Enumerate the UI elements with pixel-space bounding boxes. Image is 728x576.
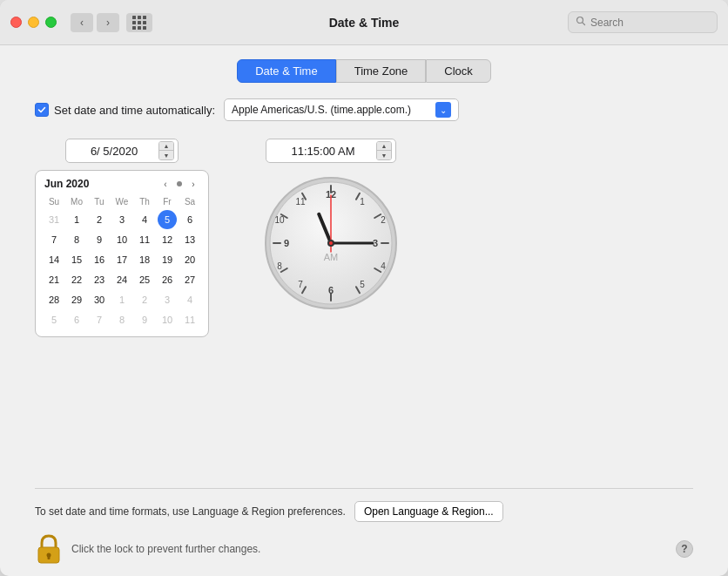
svg-rect-37 <box>48 555 51 559</box>
help-button[interactable]: ? <box>676 540 693 558</box>
fullscreen-button[interactable] <box>45 17 57 28</box>
svg-text:AM: AM <box>324 252 339 262</box>
calendar-cell[interactable]: 8 <box>67 230 86 249</box>
calendar-cell[interactable]: 22 <box>67 270 86 289</box>
time-stepper-up[interactable]: ▲ <box>377 142 391 151</box>
grid-button[interactable] <box>126 13 152 32</box>
titlebar: ‹ › Date & Time <box>0 0 728 45</box>
svg-text:9: 9 <box>284 238 289 248</box>
calendar-header: Jun 2020 ‹ › <box>43 178 201 190</box>
date-section: 6/ 5/2020 ▲ ▼ Jun 2020 ‹ › <box>35 139 209 337</box>
calendar-cell[interactable]: 7 <box>44 230 64 249</box>
cal-day-mo: Mo <box>65 195 88 208</box>
search-input[interactable] <box>590 17 710 29</box>
back-button[interactable]: ‹ <box>71 13 93 32</box>
calendar-cell[interactable]: 7 <box>90 310 109 329</box>
close-button[interactable] <box>10 17 22 28</box>
date-input[interactable]: 6/ 5/2020 <box>73 145 155 158</box>
calendar-cell[interactable]: 25 <box>135 270 154 289</box>
svg-text:11: 11 <box>295 197 306 207</box>
calendar-cell[interactable]: 11 <box>135 230 154 249</box>
calendar-cell[interactable]: 10 <box>112 230 131 249</box>
auto-row: Set date and time automatically: Apple A… <box>35 98 693 121</box>
svg-text:10: 10 <box>274 215 285 225</box>
calendar-cell[interactable]: 27 <box>180 270 199 289</box>
date-stepper: ▲ ▼ <box>158 141 174 160</box>
calendar-cell[interactable]: 9 <box>135 310 154 329</box>
datetime-area: 6/ 5/2020 ▲ ▼ Jun 2020 ‹ › <box>35 139 693 337</box>
calendar-cell[interactable]: 4 <box>180 290 199 309</box>
cal-day-su: Su <box>43 195 65 208</box>
calendar-prev-button[interactable]: ‹ <box>159 178 172 190</box>
calendar-cell[interactable]: 20 <box>180 250 199 269</box>
forward-button[interactable]: › <box>97 13 119 32</box>
auto-label: Set date and time automatically: <box>54 104 215 117</box>
tab-clock[interactable]: Clock <box>426 59 491 83</box>
calendar-today-dot[interactable] <box>177 181 182 186</box>
calendar-cell[interactable]: 21 <box>44 270 64 289</box>
lock-text: Click the lock to prevent further change… <box>71 543 260 555</box>
calendar-cell[interactable]: 5 <box>158 210 177 229</box>
svg-text:8: 8 <box>277 261 282 271</box>
search-box[interactable] <box>568 11 718 33</box>
window-title: Date & Time <box>329 16 400 30</box>
calendar-cell[interactable]: 31 <box>44 210 64 229</box>
calendar-cell[interactable]: 1 <box>112 290 131 309</box>
calendar-cell[interactable]: 11 <box>180 310 199 329</box>
calendar-cell[interactable]: 4 <box>135 210 154 229</box>
open-language-region-button[interactable]: Open Language & Region... <box>354 501 503 522</box>
cal-day-tu: Tu <box>88 195 111 208</box>
calendar-cell[interactable]: 3 <box>158 290 177 309</box>
time-input-wrap: 11:15:00 AM ▲ ▼ <box>266 139 396 163</box>
time-input[interactable]: 11:15:00 AM <box>273 145 373 158</box>
svg-text:5: 5 <box>360 280 365 289</box>
calendar-cell[interactable]: 6 <box>67 310 86 329</box>
calendar-cell[interactable]: 2 <box>135 290 154 309</box>
date-stepper-up[interactable]: ▲ <box>159 142 173 151</box>
calendar-cell[interactable]: 19 <box>158 250 177 269</box>
tab-date-time[interactable]: Date & Time <box>237 59 336 83</box>
calendar-cell[interactable]: 2 <box>90 210 109 229</box>
tab-bar: Date & Time Time Zone Clock <box>35 59 693 83</box>
calendar-cell[interactable]: 23 <box>90 270 109 289</box>
calendar-cell[interactable]: 30 <box>90 290 109 309</box>
time-stepper-down[interactable]: ▼ <box>377 151 391 159</box>
calendar-next-button[interactable]: › <box>187 178 199 190</box>
calendar-cell[interactable]: 29 <box>67 290 86 309</box>
server-label: Apple Americas/U.S. (time.apple.com.) <box>232 104 430 116</box>
calendar-cell[interactable]: 26 <box>158 270 177 289</box>
auto-checkbox[interactable] <box>35 103 49 117</box>
calendar-cell[interactable]: 6 <box>180 210 199 229</box>
traffic-lights <box>10 17 57 28</box>
calendar-cell[interactable]: 8 <box>112 310 131 329</box>
calendar-cell[interactable]: 10 <box>158 310 177 329</box>
calendar-grid: 3112345678910111213141516171819202122232… <box>43 210 201 329</box>
calendar-cell[interactable]: 12 <box>158 230 177 249</box>
calendar-cell[interactable]: 15 <box>67 250 86 269</box>
lang-text: To set date and time formats, use Langua… <box>35 505 346 518</box>
svg-line-1 <box>583 23 585 25</box>
calendar-cell[interactable]: 5 <box>44 310 64 329</box>
server-select[interactable]: Apple Americas/U.S. (time.apple.com.) ⌄ <box>224 98 459 121</box>
window: ‹ › Date & Time Date & <box>0 0 728 576</box>
tab-time-zone[interactable]: Time Zone <box>336 59 427 83</box>
calendar-cell[interactable]: 1 <box>67 210 86 229</box>
calendar-cell[interactable]: 14 <box>44 250 64 269</box>
lock-icon[interactable] <box>35 532 63 566</box>
cal-day-th: Th <box>133 195 156 208</box>
minimize-button[interactable] <box>28 17 39 28</box>
calendar-cell[interactable]: 3 <box>112 210 131 229</box>
date-stepper-down[interactable]: ▼ <box>159 151 173 159</box>
calendar-cell[interactable]: 16 <box>90 250 109 269</box>
calendar-cell[interactable]: 24 <box>112 270 131 289</box>
svg-text:6: 6 <box>328 285 334 295</box>
calendar-cell[interactable]: 17 <box>112 250 131 269</box>
calendar-cell[interactable]: 9 <box>90 230 109 249</box>
calendar-cell[interactable]: 28 <box>44 290 64 309</box>
date-input-wrap: 6/ 5/2020 ▲ ▼ <box>65 139 179 163</box>
svg-text:1: 1 <box>360 197 365 207</box>
nav-buttons: ‹ › <box>71 13 152 32</box>
calendar-cell[interactable]: 13 <box>180 230 199 249</box>
calendar-cell[interactable]: 18 <box>135 250 154 269</box>
calendar-nav: ‹ › <box>159 178 199 190</box>
